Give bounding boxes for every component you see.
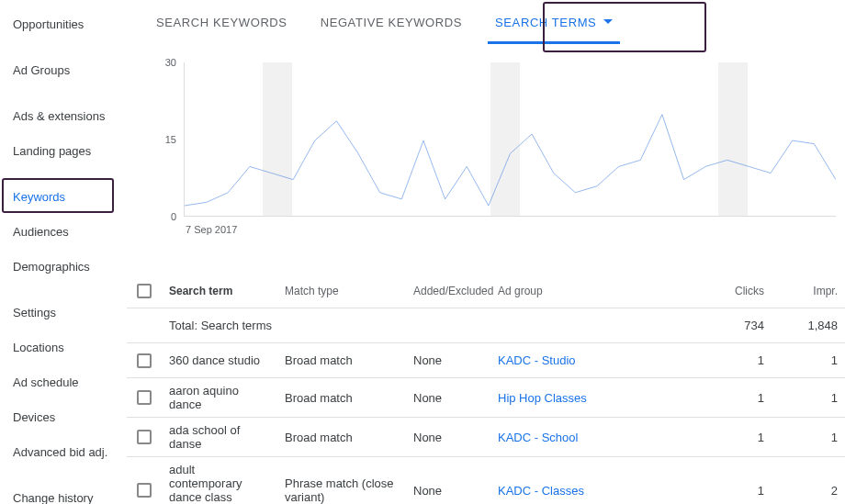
total-clicks: 734 [661, 319, 772, 332]
cell-impr: 2 [772, 484, 845, 498]
cell-added-excluded: None [406, 391, 490, 405]
total-impr: 1,848 [772, 319, 845, 332]
table-total-row: Total: Search terms 734 1,848 [127, 308, 845, 343]
highlight-keywords [2, 178, 114, 213]
chevron-down-icon [603, 19, 613, 25]
sidebar-item-settings[interactable]: Settings [0, 296, 127, 330]
table-header-row: Search term Match type Added/Excluded Ad… [127, 274, 845, 308]
col-ad-group[interactable]: Ad group [490, 285, 647, 297]
sidebar-item-advanced-bid[interactable]: Advanced bid adj. [0, 435, 127, 470]
checkbox-row[interactable] [137, 390, 152, 405]
cell-match-type: Broad match [277, 391, 406, 405]
table-row: 360 dance studioBroad matchNoneKADC - St… [127, 343, 845, 378]
checkbox-row[interactable] [137, 430, 152, 444]
line-series [185, 62, 836, 258]
sidebar-item-landing-pages[interactable]: Landing pages [0, 134, 127, 169]
cell-search-term: aaron aquino dance [162, 384, 277, 411]
y-tick-0: 0 [171, 211, 176, 222]
tab-search-terms[interactable]: SEARCH TERMS [479, 0, 629, 44]
chart: 30 15 0 7 Sep 2017 [154, 62, 836, 237]
table-row: aaron aquino danceBroad matchNoneHip Hop… [127, 378, 845, 418]
sidebar-item-ad-groups[interactable]: Ad Groups [0, 53, 127, 88]
chart-plot [184, 62, 836, 217]
cell-search-term: 360 dance studio [162, 353, 277, 367]
col-clicks[interactable]: Clicks [661, 285, 772, 297]
cell-added-excluded: None [406, 431, 490, 444]
tab-search-keywords[interactable]: SEARCH KEYWORDS [140, 0, 304, 44]
cell-impr: 1 [772, 391, 845, 405]
ad-group-link[interactable]: Hip Hop Classes [498, 391, 587, 405]
cell-impr: 1 [772, 353, 845, 367]
cell-match-type: Broad match [277, 431, 406, 444]
sidebar: Opportunities Ad Groups Ads & extensions… [0, 0, 127, 504]
sidebar-item-ad-schedule[interactable]: Ad schedule [0, 365, 127, 400]
col-impr[interactable]: Impr. [772, 285, 845, 297]
table-row: ada school of danseBroad matchNoneKADC -… [127, 418, 845, 457]
x-tick-label: 7 Sep 2017 [186, 224, 237, 235]
col-match-type[interactable]: Match type [277, 285, 406, 297]
tab-negative-keywords[interactable]: NEGATIVE KEYWORDS [304, 0, 479, 44]
sidebar-item-ads-extensions[interactable]: Ads & extensions [0, 99, 127, 134]
main-content: SEARCH KEYWORDS NEGATIVE KEYWORDS SEARCH… [127, 0, 845, 504]
cell-clicks: 1 [661, 431, 772, 444]
checkbox-all[interactable] [137, 284, 152, 298]
cell-match-type: Phrase match (close variant) [277, 476, 406, 504]
cell-search-term: ada school of danse [162, 423, 277, 451]
y-tick-30: 30 [165, 57, 176, 68]
tab-search-terms-label: SEARCH TERMS [495, 16, 596, 29]
cell-search-term: adult contemporary dance class ottawa [162, 463, 277, 504]
table-row: adult contemporary dance class ottawaPhr… [127, 457, 845, 504]
cell-clicks: 1 [661, 484, 772, 498]
checkbox-row[interactable] [137, 353, 152, 368]
checkbox-row[interactable] [137, 483, 152, 498]
search-terms-table: Search term Match type Added/Excluded Ad… [127, 274, 845, 504]
sidebar-item-locations[interactable]: Locations [0, 330, 127, 365]
cell-impr: 1 [772, 431, 845, 444]
sidebar-item-audiences[interactable]: Audiences [0, 215, 127, 250]
cell-match-type: Broad match [277, 353, 406, 367]
ad-group-link[interactable]: KADC - Studio [498, 353, 576, 367]
sidebar-item-change-history[interactable]: Change history [0, 481, 127, 504]
y-axis: 30 15 0 [154, 62, 182, 217]
sidebar-item-opportunities[interactable]: Opportunities [0, 7, 127, 42]
cell-added-excluded: None [406, 353, 490, 367]
cell-clicks: 1 [661, 353, 772, 367]
sidebar-item-devices[interactable]: Devices [0, 400, 127, 435]
cell-clicks: 1 [661, 391, 772, 405]
col-added-excluded[interactable]: Added/Excluded [406, 285, 490, 297]
cell-added-excluded: None [406, 484, 490, 498]
y-tick-15: 15 [165, 134, 176, 145]
sidebar-item-demographics[interactable]: Demographics [0, 250, 127, 285]
ad-group-link[interactable]: KADC - Classes [498, 484, 584, 498]
tabs: SEARCH KEYWORDS NEGATIVE KEYWORDS SEARCH… [127, 0, 845, 44]
ad-group-link[interactable]: KADC - School [498, 431, 578, 444]
total-label: Total: Search terms [162, 319, 661, 332]
col-search-term[interactable]: Search term [162, 285, 277, 297]
